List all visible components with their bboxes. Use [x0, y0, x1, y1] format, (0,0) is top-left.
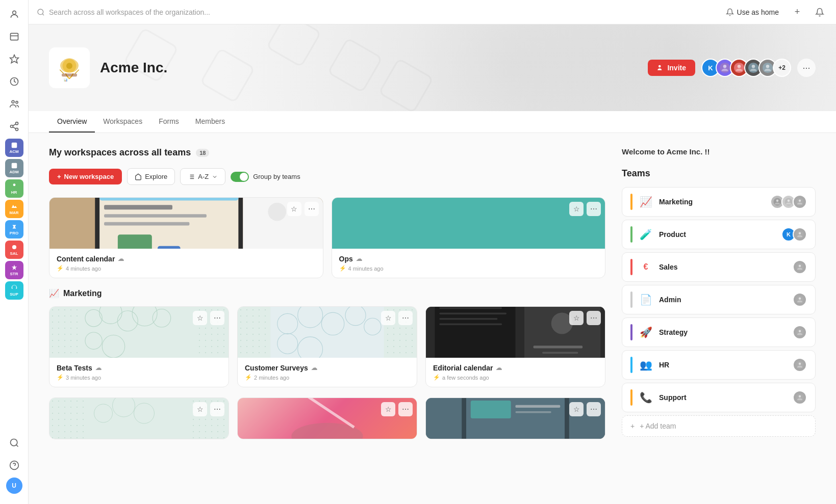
marketing-team-label: 📈 Marketing [49, 288, 605, 298]
team-color-bar-hr [630, 357, 632, 373]
card-row3-3[interactable]: ☆ ⋯ [425, 397, 605, 439]
team-avatar-p2 [793, 227, 807, 242]
sidebar-badge-sal[interactable]: € SAL [5, 241, 23, 259]
team-name-strategy: Strategy [659, 328, 787, 336]
svg-point-34 [752, 65, 755, 68]
card-meta-content-calendar: ⚡ 4 minutes ago [57, 265, 316, 272]
invite-button[interactable]: Invite [648, 60, 695, 76]
svg-rect-47 [104, 205, 172, 209]
org-logo-image: 📊 [54, 52, 85, 83]
card-beta-tests[interactable]: ☆ ⋯ Beta Tests ☁ ⚡ 3 minutes ago [49, 306, 229, 387]
tab-workspaces[interactable]: Workspaces [95, 111, 150, 132]
teams-title: Teams [622, 168, 816, 179]
more-button-beta-tests[interactable]: ⋯ [210, 311, 224, 325]
tab-forms[interactable]: Forms [150, 111, 187, 132]
star-button-r3-3[interactable]: ☆ [569, 402, 584, 416]
explore-button[interactable]: Explore [127, 168, 175, 185]
org-title: Acme Inc. [100, 60, 167, 76]
workspace-count: 18 [196, 149, 209, 157]
team-avatars-sales [793, 260, 807, 274]
card-ops[interactable]: ☆ ⋯ Ops ☁ ⚡ 4 minutes ago [332, 197, 606, 278]
sidebar-badge-pro[interactable]: PRO [5, 220, 23, 238]
search-bar[interactable]: Search across all workspaces of the orga… [37, 8, 716, 16]
sidebar-icon-help[interactable] [4, 455, 24, 475]
team-row-product[interactable]: 🧪 Product K [622, 220, 816, 249]
sidebar-badge-mar[interactable]: MAR [5, 200, 23, 218]
sidebar-badge-adm[interactable]: ADM [5, 159, 23, 177]
add-button[interactable]: + [789, 4, 805, 20]
more-options-button[interactable]: ··· [797, 59, 816, 77]
sort-button[interactable]: A-Z [180, 168, 225, 185]
sidebar-badge-hr[interactable]: HR [5, 179, 23, 198]
team-avatar-hr1 [793, 358, 807, 372]
svg-rect-1 [10, 33, 18, 40]
team-name-product: Product [659, 230, 775, 238]
card-3-actions: ☆ ⋯ [193, 311, 224, 325]
hero-section: 📊 Acme Inc. Invite K [29, 24, 836, 111]
more-button-customer-surveys[interactable]: ⋯ [398, 311, 413, 325]
tab-members[interactable]: Members [187, 111, 233, 132]
card-row3-2[interactable]: ☆ ⋯ [237, 397, 417, 439]
use-as-home-label: Use as home [737, 8, 779, 16]
star-button-r3-1[interactable]: ☆ [193, 402, 207, 416]
more-button-content-calendar[interactable]: ⋯ [305, 202, 319, 216]
card-body-editorial-calendar: Editorial calendar ☁ ⚡ a few seconds ago [426, 358, 605, 387]
search-placeholder: Search across all workspaces of the orga… [49, 8, 210, 16]
card-r3-3-actions: ☆ ⋯ [569, 402, 601, 416]
more-button-ops[interactable]: ⋯ [587, 202, 601, 216]
sidebar-icon-favorites[interactable] [4, 49, 24, 69]
more-button-r3-1[interactable]: ⋯ [210, 402, 224, 416]
notification-button[interactable] [812, 4, 828, 20]
team-row-admin[interactable]: 📄 Admin [622, 285, 816, 314]
right-sidebar: Welcome to Acme Inc. !! Teams 📈 Marketin… [622, 147, 816, 490]
star-button-content-calendar[interactable]: ☆ [287, 202, 301, 216]
sidebar-icon-inbox[interactable] [4, 26, 24, 47]
use-as-home-button[interactable]: Use as home [722, 6, 783, 18]
star-button-editorial[interactable]: ☆ [569, 311, 584, 325]
more-button-editorial[interactable]: ⋯ [587, 311, 601, 325]
svg-point-0 [12, 11, 16, 14]
sidebar-icon-recent[interactable] [4, 71, 24, 92]
more-button-r3-2[interactable]: ⋯ [398, 402, 413, 416]
avatar-count[interactable]: +2 [773, 59, 791, 77]
user-avatar[interactable]: U [6, 478, 22, 494]
svg-point-7 [10, 125, 13, 128]
sidebar-badge-str[interactable]: STR [5, 261, 23, 279]
sidebar-badge-acm[interactable]: ACM [5, 139, 23, 157]
svg-rect-92 [516, 405, 561, 408]
sidebar-badge-sup[interactable]: SUP [5, 281, 23, 300]
card-customer-surveys[interactable]: ☆ ⋯ Customer Surveys ☁ ⚡ 2 minutes [237, 306, 417, 387]
svg-point-23 [66, 63, 72, 69]
card-row3-1[interactable]: ☆ ⋯ [49, 397, 229, 439]
card-editorial-calendar[interactable]: ☆ ⋯ Editorial calendar ☁ ⚡ a few s [425, 306, 605, 387]
sidebar-icon-people[interactable] [4, 94, 24, 114]
team-row-sales[interactable]: € Sales [622, 252, 816, 282]
star-button-customer-surveys[interactable]: ☆ [381, 311, 395, 325]
star-button-beta-tests[interactable]: ☆ [193, 311, 207, 325]
lightning-icon: ⚡ [57, 265, 64, 272]
workspaces-section: My workspaces across all teams 18 + New … [49, 147, 605, 490]
card-content-calendar[interactable]: ☆ ⋯ Content calendar ☁ ⚡ 4 minutes [49, 197, 323, 278]
team-color-bar-support [630, 389, 632, 406]
new-workspace-button[interactable]: + New workspace [49, 169, 122, 184]
add-team-button[interactable]: + + Add team [622, 415, 816, 437]
team-row-marketing[interactable]: 📈 Marketing [622, 187, 816, 217]
sidebar-icon-share[interactable] [4, 116, 24, 137]
team-avatars-support [793, 390, 807, 405]
sort-label: A-Z [198, 173, 209, 180]
team-row-hr[interactable]: 👥 HR [622, 350, 816, 380]
card-thumbnail-customer-surveys: ☆ ⋯ [238, 307, 417, 358]
team-row-strategy[interactable]: 🚀 Strategy [622, 317, 816, 347]
group-by-toggle[interactable] [231, 172, 249, 182]
team-name-hr: HR [659, 361, 787, 369]
more-button-r3-3[interactable]: ⋯ [587, 402, 601, 416]
avatar-4-img [748, 62, 759, 73]
tab-overview[interactable]: Overview [49, 111, 95, 132]
star-button-ops[interactable]: ☆ [569, 202, 584, 216]
svg-rect-91 [471, 401, 511, 418]
star-button-r3-2[interactable]: ☆ [381, 402, 395, 416]
sidebar-icon-search[interactable] [4, 433, 24, 453]
team-row-support[interactable]: 📞 Support [622, 383, 816, 412]
svg-line-9 [13, 127, 16, 128]
sidebar-icon-home[interactable] [4, 4, 24, 24]
